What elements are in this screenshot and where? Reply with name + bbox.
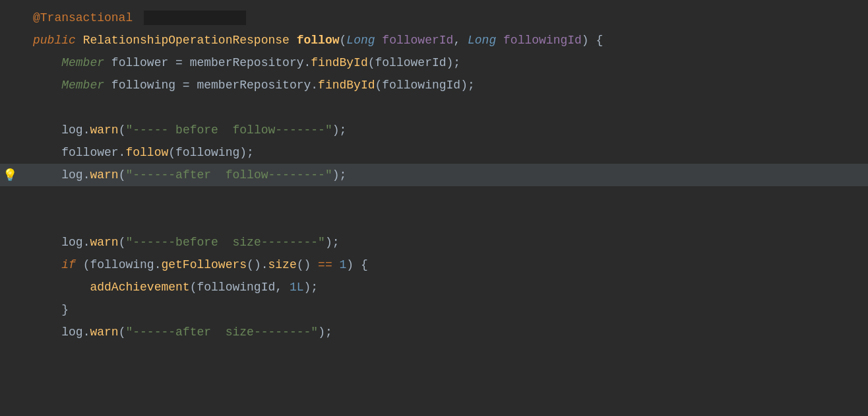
code-token	[33, 326, 61, 339]
code-token: warn	[90, 236, 118, 249]
code-token: log	[61, 326, 82, 339]
code-token	[332, 258, 340, 271]
redacted-block	[144, 11, 246, 25]
bulb-icon: 💡	[3, 168, 17, 182]
code-token: .	[83, 123, 90, 137]
line-content: public RelationshipOperationResponse fol…	[20, 32, 603, 50]
line-content: follower.follow(following);	[20, 144, 254, 162]
code-token: warn	[90, 123, 118, 137]
code-token	[133, 11, 140, 24]
code-token: @Transactional	[33, 11, 133, 24]
code-line	[0, 209, 868, 231]
code-token: followingId	[503, 34, 582, 47]
code-token: follow	[297, 34, 340, 47]
code-token: );	[332, 168, 347, 182]
code-token: (following.	[76, 258, 162, 271]
code-token: findById	[318, 79, 375, 92]
code-line: if (following.getFollowers().size() == 1…	[0, 254, 868, 276]
code-token: warn	[90, 326, 118, 339]
code-line: 💡 log.warn("------after follow--------")…	[0, 164, 868, 186]
code-token: Member	[61, 79, 104, 92]
code-line: Member following = memberRepository.find…	[0, 74, 868, 96]
code-token: ,	[453, 34, 468, 47]
code-token: .	[83, 168, 90, 182]
code-line: @Transactional	[0, 7, 868, 29]
code-token	[33, 168, 61, 182]
code-token: addAchievement	[90, 281, 189, 294]
code-editor: @Transactional public RelationshipOperat…	[0, 0, 868, 416]
line-content: Member follower = memberRepository.findB…	[20, 54, 460, 72]
code-token	[33, 258, 61, 271]
code-token: ) {	[346, 258, 367, 271]
code-token: Long	[468, 34, 496, 47]
code-token: (	[119, 168, 126, 182]
code-token: "------after size--------"	[125, 326, 318, 339]
code-line: log.warn("------before size--------");	[0, 231, 868, 254]
code-token: followerId	[382, 34, 453, 47]
code-token: (followingId);	[375, 79, 475, 92]
code-line	[0, 186, 868, 209]
code-token: log	[61, 123, 82, 137]
code-line: }	[0, 298, 868, 321]
code-token: (followerId);	[368, 56, 460, 69]
code-token: Long	[346, 34, 375, 47]
code-token	[33, 281, 90, 294]
code-token: follow	[125, 146, 168, 159]
code-token: 1L	[290, 281, 304, 294]
code-token: (followingId,	[190, 281, 290, 294]
code-token: (	[119, 236, 126, 249]
code-token: ) {	[582, 34, 603, 47]
code-token: (	[119, 326, 126, 339]
code-token: log	[61, 168, 82, 182]
code-line: public RelationshipOperationResponse fol…	[0, 29, 868, 52]
code-token: if	[61, 258, 76, 271]
code-token: }	[33, 303, 69, 316]
line-content: log.warn("------after size--------");	[20, 324, 332, 341]
code-token: "------before size--------"	[125, 236, 325, 249]
code-token: log	[61, 236, 82, 249]
code-token: ()	[297, 258, 318, 271]
line-content: log.warn("----- before follow-------");	[20, 121, 346, 139]
code-token	[375, 34, 383, 47]
code-line	[0, 96, 868, 119]
code-token: findById	[311, 56, 367, 69]
line-content: Member following = memberRepository.find…	[20, 77, 475, 94]
code-token: );	[332, 123, 347, 137]
line-content: log.warn("------after follow--------");	[20, 166, 346, 184]
code-token: );	[325, 236, 340, 249]
code-token: ==	[318, 258, 332, 271]
code-line: follower.follow(following);	[0, 141, 868, 164]
code-token: 1	[340, 258, 347, 271]
code-token	[33, 236, 61, 249]
line-content: log.warn("------before size--------");	[20, 234, 340, 252]
code-token: );	[304, 281, 319, 294]
line-content: @Transactional	[20, 9, 246, 27]
code-line: log.warn("----- before follow-------");	[0, 119, 868, 141]
code-token: "------after follow--------"	[125, 168, 332, 182]
line-content: }	[20, 301, 69, 319]
code-token: follower.	[33, 146, 125, 159]
code-token	[33, 79, 61, 92]
code-token: (following);	[168, 146, 254, 159]
code-token: .	[83, 326, 90, 339]
line-content: if (following.getFollowers().size() == 1…	[20, 256, 368, 274]
code-token: warn	[90, 168, 118, 182]
code-token: follower = memberRepository.	[104, 56, 311, 69]
code-token: size	[268, 258, 296, 271]
code-token: following = memberRepository.	[104, 79, 318, 92]
code-token: ().	[247, 258, 268, 271]
code-token: "----- before follow-------"	[125, 123, 332, 137]
code-token: getFollowers	[161, 258, 247, 271]
code-token	[290, 34, 297, 47]
code-token	[33, 56, 61, 69]
code-token: );	[318, 326, 332, 339]
code-line: addAchievement(followingId, 1L);	[0, 276, 868, 298]
code-token	[76, 34, 83, 47]
code-token: (	[119, 123, 126, 137]
code-token: RelationshipOperationResponse	[83, 34, 290, 47]
code-line: Member follower = memberRepository.findB…	[0, 52, 868, 74]
code-token: .	[83, 236, 90, 249]
code-token: public	[33, 34, 76, 47]
code-token	[496, 34, 503, 47]
code-line: log.warn("------after size--------");	[0, 321, 868, 343]
